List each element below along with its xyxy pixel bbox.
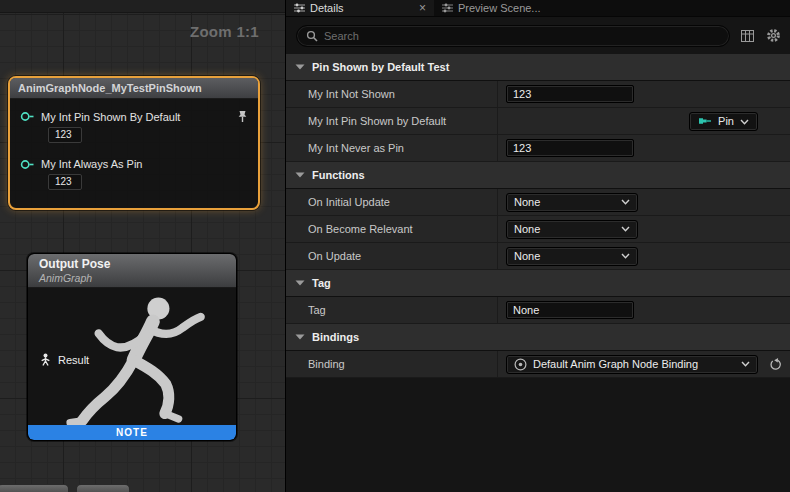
pin-icon: [698, 116, 712, 126]
dropdown-value: None: [514, 223, 540, 235]
on-become-relevant-dropdown[interactable]: None: [506, 220, 638, 239]
gear-icon[interactable]: [764, 27, 782, 45]
dropdown-value: None: [514, 250, 540, 262]
int-pin-icon[interactable]: [20, 111, 35, 122]
graph-tab-strip: [0, 0, 285, 13]
panel-tab-bar: Details × Preview Scene...: [286, 0, 790, 17]
pin-value-box[interactable]: 123: [48, 174, 82, 190]
property-list: Pin Shown by Default Test My Int Not Sho…: [286, 54, 790, 492]
tag-input[interactable]: [506, 301, 634, 319]
tab-label: Details: [310, 2, 344, 14]
pin-label: My Int Pin Shown By Default: [41, 111, 180, 123]
category-bindings[interactable]: Bindings: [286, 324, 790, 351]
chevron-down-icon: [295, 64, 305, 70]
pin-value-box[interactable]: 123: [48, 127, 82, 143]
node-header: Output Pose AnimGraph: [28, 254, 236, 288]
panel-empty-area: [286, 378, 790, 492]
row-my-int-not-shown: My Int Not Shown: [286, 81, 790, 108]
property-label: My Int Never as Pin: [286, 135, 498, 161]
node-output-pose[interactable]: Output Pose AnimGraph: [27, 253, 237, 441]
category-functions[interactable]: Functions: [286, 162, 790, 189]
chevron-down-icon: [295, 334, 305, 340]
my-int-never-as-pin-input[interactable]: [506, 139, 634, 157]
on-update-dropdown[interactable]: None: [506, 247, 638, 266]
pin-shown-by-default: My Int Pin Shown By Default 123: [20, 110, 248, 143]
preview-tab-icon: [442, 3, 453, 13]
chevron-down-icon: [295, 280, 305, 286]
tab-label: Preview Scene...: [458, 2, 541, 14]
search-icon: [306, 30, 318, 42]
search-input[interactable]: [324, 30, 720, 42]
search-box[interactable]: [296, 25, 730, 47]
property-label: My Int Pin Shown by Default: [286, 108, 498, 134]
category-tag[interactable]: Tag: [286, 270, 790, 297]
node-title: AnimGraphNode_MyTestPinShown: [10, 78, 258, 99]
node-animgraphnode-mytestpinshown[interactable]: AnimGraphNode_MyTestPinShown My Int Pin …: [8, 76, 260, 210]
row-my-int-pin-shown-by-default: My Int Pin Shown by Default Pin: [286, 108, 790, 135]
chevron-down-icon: [740, 115, 749, 127]
category-title: Bindings: [312, 331, 359, 343]
unreal-editor-window: Zoom 1:1 AnimGraphNode_MyTestPinShown My…: [0, 0, 790, 492]
my-int-not-shown-input[interactable]: [506, 85, 634, 103]
pin-always-as-pin: My Int Always As Pin 123: [20, 158, 248, 190]
partial-node[interactable]: [76, 484, 130, 492]
node-title: Output Pose: [39, 257, 225, 272]
row-binding: Binding Default Anim Graph Node Binding: [286, 351, 790, 378]
result-pin-label: Result: [58, 354, 89, 366]
property-label: Binding: [286, 351, 498, 377]
node-subtitle: AnimGraph: [39, 272, 225, 285]
partial-node[interactable]: [0, 484, 69, 492]
dropdown-value: None: [514, 196, 540, 208]
property-label: My Int Not Shown: [286, 81, 498, 107]
pose-pin-icon: [40, 353, 51, 366]
property-label: Tag: [286, 297, 498, 323]
row-on-initial-update: On Initial Update None: [286, 189, 790, 216]
anim-graph-canvas[interactable]: Zoom 1:1 AnimGraphNode_MyTestPinShown My…: [0, 0, 285, 492]
pin-dropdown-button[interactable]: Pin: [689, 112, 758, 131]
close-icon[interactable]: ×: [419, 2, 426, 14]
row-tag: Tag: [286, 297, 790, 324]
reset-to-default-icon[interactable]: [769, 358, 782, 371]
category-title: Functions: [312, 169, 365, 181]
result-pin[interactable]: Result: [40, 353, 89, 366]
chevron-down-icon: [621, 226, 630, 232]
category-title: Tag: [312, 277, 331, 289]
binding-dropdown[interactable]: Default Anim Graph Node Binding: [506, 355, 758, 374]
dropdown-value: Default Anim Graph Node Binding: [533, 358, 698, 370]
tab-preview-scene[interactable]: Preview Scene...: [434, 0, 549, 16]
zoom-level-label: Zoom 1:1: [190, 23, 259, 40]
row-my-int-never-as-pin: My Int Never as Pin: [286, 135, 790, 162]
chevron-down-icon: [741, 361, 750, 367]
tab-details[interactable]: Details ×: [286, 0, 434, 16]
note-banner[interactable]: NOTE: [28, 425, 236, 440]
pin-button-label: Pin: [718, 115, 734, 127]
search-row: [286, 17, 790, 54]
row-on-update: On Update None: [286, 243, 790, 270]
category-pin-shown-by-default-test[interactable]: Pin Shown by Default Test: [286, 54, 790, 81]
chevron-down-icon: [621, 199, 630, 205]
pin-label: My Int Always As Pin: [41, 158, 142, 170]
property-matrix-icon[interactable]: [738, 27, 756, 45]
details-panel: Details × Preview Scene...: [285, 0, 790, 492]
chevron-down-icon: [295, 172, 305, 178]
on-initial-update-dropdown[interactable]: None: [506, 193, 638, 212]
binding-icon: [514, 358, 527, 371]
category-title: Pin Shown by Default Test: [312, 61, 449, 73]
pushpin-icon[interactable]: [237, 110, 248, 123]
property-label: On Initial Update: [286, 189, 498, 215]
int-pin-icon[interactable]: [20, 159, 35, 170]
row-on-become-relevant: On Become Relevant None: [286, 216, 790, 243]
property-label: On Update: [286, 243, 498, 269]
property-label: On Become Relevant: [286, 216, 498, 242]
details-tab-icon: [294, 3, 305, 13]
chevron-down-icon: [621, 253, 630, 259]
